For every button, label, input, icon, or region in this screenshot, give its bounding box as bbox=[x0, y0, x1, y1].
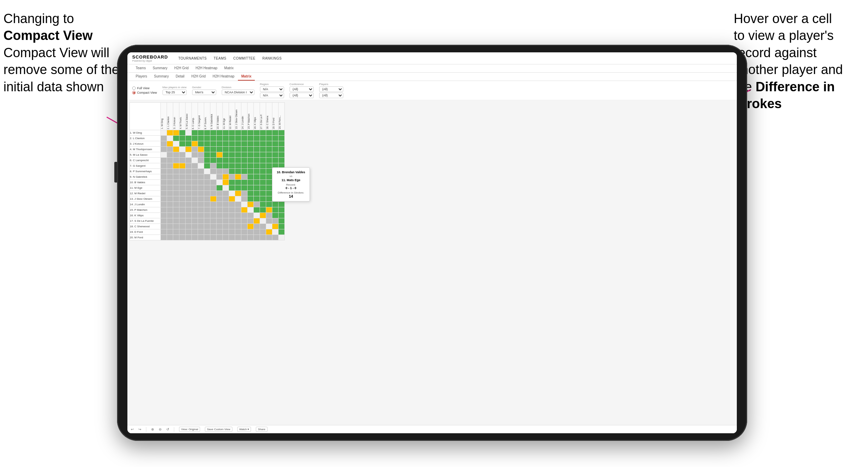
region-select1[interactable]: N/A bbox=[260, 86, 284, 92]
matrix-cell[interactable] bbox=[254, 180, 260, 185]
matrix-cell[interactable] bbox=[254, 141, 260, 147]
matrix-cell[interactable] bbox=[198, 202, 204, 207]
matrix-cell[interactable] bbox=[192, 207, 198, 213]
tab-detail[interactable]: Detail bbox=[172, 73, 188, 81]
matrix-cell[interactable] bbox=[260, 191, 266, 196]
matrix-cell[interactable] bbox=[266, 196, 272, 202]
matrix-cell[interactable] bbox=[223, 224, 229, 229]
matrix-cell[interactable] bbox=[248, 202, 254, 207]
matrix-cell[interactable] bbox=[161, 147, 167, 152]
matrix-cell[interactable] bbox=[272, 224, 279, 229]
matrix-cell[interactable] bbox=[266, 207, 272, 213]
conference-select1[interactable]: (All) bbox=[290, 86, 314, 92]
matrix-cell[interactable] bbox=[241, 147, 248, 152]
matrix-cell[interactable] bbox=[204, 218, 210, 224]
tab-summary[interactable]: Summary bbox=[149, 64, 171, 72]
matrix-cell[interactable] bbox=[248, 180, 254, 185]
matrix-cell[interactable] bbox=[266, 224, 272, 229]
matrix-cell[interactable] bbox=[186, 163, 192, 169]
matrix-cell[interactable] bbox=[173, 174, 179, 180]
matrix-cell[interactable] bbox=[241, 213, 248, 218]
matrix-cell[interactable] bbox=[260, 224, 266, 229]
matrix-cell[interactable] bbox=[161, 185, 167, 191]
matrix-cell[interactable] bbox=[254, 202, 260, 207]
full-view-radio[interactable] bbox=[132, 86, 136, 90]
matrix-cell[interactable] bbox=[161, 202, 167, 207]
matrix-cell[interactable] bbox=[241, 191, 248, 196]
matrix-cell[interactable] bbox=[192, 141, 198, 147]
matrix-cell[interactable] bbox=[186, 174, 192, 180]
matrix-cell[interactable] bbox=[260, 174, 266, 180]
matrix-cell[interactable] bbox=[186, 185, 192, 191]
matrix-cell[interactable] bbox=[260, 180, 266, 185]
matrix-cell[interactable] bbox=[192, 180, 198, 185]
matrix-cell[interactable] bbox=[248, 136, 254, 141]
matrix-cell[interactable] bbox=[217, 141, 223, 147]
matrix-cell[interactable] bbox=[266, 213, 272, 218]
matrix-cell[interactable] bbox=[254, 136, 260, 141]
matrix-cell[interactable] bbox=[266, 152, 272, 158]
matrix-cell[interactable] bbox=[198, 158, 204, 163]
matrix-cell[interactable] bbox=[198, 191, 204, 196]
matrix-cell[interactable] bbox=[223, 158, 229, 163]
matrix-cell[interactable] bbox=[179, 202, 186, 207]
matrix-cell[interactable] bbox=[266, 158, 272, 163]
matrix-cell[interactable] bbox=[279, 202, 285, 207]
matrix-cell[interactable] bbox=[210, 235, 217, 240]
matrix-cell[interactable] bbox=[235, 152, 241, 158]
matrix-cell[interactable] bbox=[179, 152, 186, 158]
matrix-cell[interactable] bbox=[241, 152, 248, 158]
matrix-cell[interactable] bbox=[186, 229, 192, 235]
matrix-cell[interactable] bbox=[198, 207, 204, 213]
matrix-cell[interactable] bbox=[173, 224, 179, 229]
matrix-cell[interactable] bbox=[223, 152, 229, 158]
matrix-cell[interactable] bbox=[204, 141, 210, 147]
matrix-cell[interactable] bbox=[179, 136, 186, 141]
matrix-cell[interactable] bbox=[179, 196, 186, 202]
matrix-cell[interactable] bbox=[260, 235, 266, 240]
matrix-cell[interactable] bbox=[167, 174, 173, 180]
matrix-cell[interactable] bbox=[198, 141, 204, 147]
matrix-cell[interactable] bbox=[186, 213, 192, 218]
matrix-cell[interactable] bbox=[223, 202, 229, 207]
matrix-cell[interactable] bbox=[179, 147, 186, 152]
matrix-cell[interactable] bbox=[223, 196, 229, 202]
matrix-cell[interactable] bbox=[167, 213, 173, 218]
matrix-cell[interactable] bbox=[266, 147, 272, 152]
matrix-cell[interactable] bbox=[266, 218, 272, 224]
matrix-cell[interactable] bbox=[235, 163, 241, 169]
nav-teams[interactable]: TEAMS bbox=[213, 56, 226, 61]
matrix-cell[interactable] bbox=[260, 213, 266, 218]
matrix-cell[interactable] bbox=[241, 185, 248, 191]
matrix-cell[interactable] bbox=[198, 185, 204, 191]
matrix-cell[interactable] bbox=[272, 218, 279, 224]
matrix-cell[interactable] bbox=[235, 147, 241, 152]
region-select2[interactable]: N/A bbox=[260, 93, 284, 98]
matrix-cell[interactable] bbox=[223, 218, 229, 224]
matrix-cell[interactable] bbox=[173, 152, 179, 158]
matrix-cell[interactable] bbox=[198, 229, 204, 235]
matrix-cell[interactable] bbox=[210, 169, 217, 174]
matrix-cell[interactable] bbox=[279, 158, 285, 163]
matrix-cell[interactable] bbox=[204, 196, 210, 202]
matrix-cell[interactable] bbox=[198, 152, 204, 158]
matrix-cell[interactable] bbox=[179, 185, 186, 191]
matrix-cell[interactable] bbox=[260, 202, 266, 207]
matrix-cell[interactable] bbox=[260, 152, 266, 158]
matrix-cell[interactable] bbox=[266, 141, 272, 147]
matrix-cell[interactable] bbox=[210, 202, 217, 207]
matrix-cell[interactable] bbox=[223, 147, 229, 152]
matrix-cell[interactable] bbox=[260, 158, 266, 163]
matrix-cell[interactable] bbox=[235, 158, 241, 163]
matrix-cell[interactable] bbox=[192, 229, 198, 235]
matrix-cell[interactable] bbox=[161, 163, 167, 169]
matrix-cell[interactable] bbox=[198, 147, 204, 152]
matrix-cell[interactable] bbox=[266, 130, 272, 136]
matrix-cell[interactable] bbox=[241, 224, 248, 229]
matrix-cell[interactable] bbox=[210, 136, 217, 141]
matrix-cell[interactable] bbox=[254, 229, 260, 235]
matrix-cell[interactable] bbox=[192, 158, 198, 163]
matrix-cell[interactable] bbox=[167, 169, 173, 174]
matrix-cell[interactable] bbox=[186, 224, 192, 229]
matrix-cell[interactable] bbox=[173, 196, 179, 202]
